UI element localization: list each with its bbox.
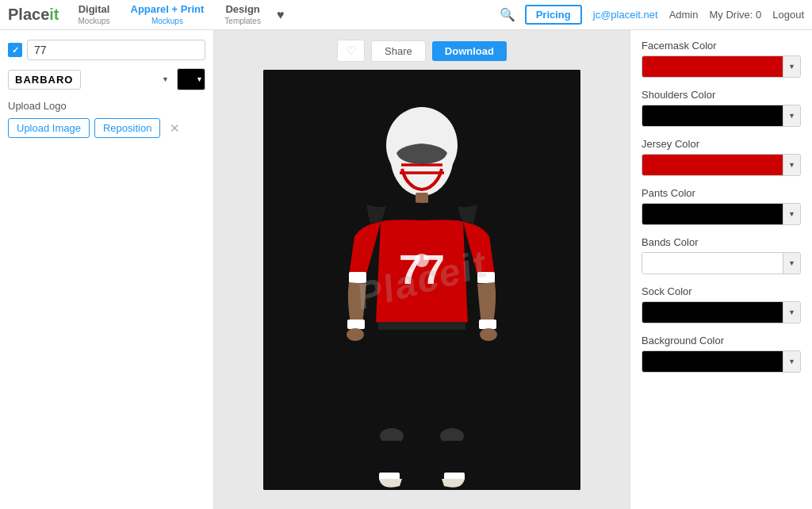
background-swatch [642,351,783,372]
background-color-dropdown[interactable]: ▼ [642,350,801,373]
close-upload-button[interactable]: ✕ [165,120,185,137]
sidebar: BARBARO Upload Logo Upload Image Reposit… [0,30,214,509]
sock-swatch [642,302,783,323]
facemask-color-label: Facemask Color [642,40,801,52]
font-row: BARBARO [8,68,205,90]
font-select[interactable]: BARBARO [8,70,81,90]
text-color-swatch-wrap [177,68,205,90]
mockup-image: 77 [263,70,580,490]
facemask-arrow-icon: ▼ [783,56,800,77]
nav-design-label: Design [225,3,259,17]
upload-buttons-row: Upload Image Reposition ✕ [8,118,205,138]
logout-link[interactable]: Logout [772,9,804,21]
jersey-swatch [642,155,783,175]
svg-rect-4 [349,272,366,283]
bands-arrow-icon: ▼ [783,253,800,274]
pants-color-label: Pants Color [642,187,801,199]
text-color-swatch[interactable] [177,68,205,90]
header: Placeit Digital Mockups Apparel + Print … [0,0,812,30]
color-option-shoulders: Shoulders Color ▼ [642,89,801,127]
svg-text:77: 77 [399,247,445,293]
svg-point-16 [416,254,421,259]
background-color-label: Background Color [642,335,801,346]
upload-logo-label: Upload Logo [8,100,205,112]
color-option-background: Background Color ▼ [642,335,801,373]
canvas-area: ♡ Share Download [214,30,630,509]
sock-arrow-icon: ▼ [783,302,800,323]
text-number-input[interactable] [27,40,205,60]
jersey-color-label: Jersey Color [642,138,801,150]
pricing-button[interactable]: Pricing [525,5,582,25]
right-panel: Facemask Color ▼ Shoulders Color ▼ Jerse… [630,30,812,509]
bands-color-label: Bands Color [642,236,801,248]
facemask-swatch [642,56,783,77]
jersey-color-dropdown[interactable]: ▼ [642,154,801,176]
font-select-wrap: BARBARO [8,70,174,90]
jersey-arrow-icon: ▼ [783,155,800,175]
player-svg: 77 [263,70,580,490]
my-drive-count: 0 [756,9,761,21]
sock-color-dropdown[interactable]: ▼ [642,301,801,323]
nav-digital-mockups[interactable]: Digital Mockups [70,2,117,29]
my-drive-link[interactable]: My Drive: 0 [709,9,761,21]
shoulders-swatch [642,105,783,126]
download-button[interactable]: Download [432,41,507,61]
svg-point-17 [423,254,427,259]
svg-point-18 [416,259,427,267]
svg-rect-10 [378,322,465,330]
reposition-button[interactable]: Reposition [94,118,160,138]
share-button[interactable]: Share [371,40,426,62]
svg-rect-7 [477,272,495,283]
nav-digital-sub: Mockups [78,16,109,26]
nav-apparel-mockups[interactable]: Apparel + Print Mockups [123,2,213,29]
search-icon[interactable]: 🔍 [500,7,515,22]
sock-color-label: Sock Color [642,285,801,297]
nav-design-sub: Templates [224,16,261,26]
nav-digital-label: Digital [79,3,110,17]
upload-image-button[interactable]: Upload Image [8,118,90,138]
color-option-sock: Sock Color ▼ [642,285,801,323]
svg-point-9 [480,328,497,341]
nav-design-templates[interactable]: Design Templates [216,2,269,29]
color-option-bands: Bands Color ▼ [642,236,801,274]
logo[interactable]: Placeit [8,6,59,24]
svg-point-6 [347,328,364,341]
facemask-color-dropdown[interactable]: ▼ [642,55,801,78]
color-option-pants: Pants Color ▼ [642,187,801,225]
text-number-row [8,40,205,60]
admin-link[interactable]: Admin [669,9,699,21]
nav-apparel-label: Apparel + Print [131,3,205,17]
color-option-facemask: Facemask Color ▼ [642,40,801,78]
pants-arrow-icon: ▼ [783,204,800,224]
svg-rect-5 [347,320,365,329]
pants-color-dropdown[interactable]: ▼ [642,203,801,225]
bands-swatch [642,253,783,274]
canvas-toolbar: ♡ Share Download [337,40,507,62]
background-arrow-icon: ▼ [783,351,800,372]
text-number-checkbox[interactable] [8,43,22,57]
canvas-heart-button[interactable]: ♡ [337,40,365,62]
shoulders-color-label: Shoulders Color [642,89,801,101]
bands-color-dropdown[interactable]: ▼ [642,252,801,274]
favorites-heart-icon[interactable]: ♥ [277,8,285,22]
my-drive-label: My Drive: [709,9,753,21]
pants-swatch [642,204,783,224]
user-email-link[interactable]: jc@placeit.net [593,9,658,21]
svg-rect-8 [479,320,496,329]
shoulders-arrow-icon: ▼ [783,105,800,126]
main-layout: BARBARO Upload Logo Upload Image Reposit… [0,30,812,509]
color-option-jersey: Jersey Color ▼ [642,138,801,176]
shoulders-color-dropdown[interactable]: ▼ [642,105,801,127]
nav-apparel-sub: Mockups [151,16,183,26]
